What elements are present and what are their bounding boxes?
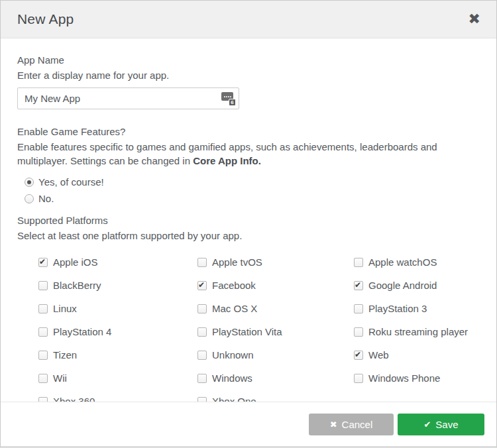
platforms-section: Supported Platforms Select at least one … bbox=[17, 215, 480, 402]
cancel-button-label: Cancel bbox=[342, 419, 373, 430]
radio-button-icon[interactable] bbox=[25, 178, 34, 187]
checkbox-icon[interactable] bbox=[38, 304, 48, 313]
platform-checkbox-item[interactable]: Tizen bbox=[38, 349, 197, 361]
radio-option-label: No. bbox=[38, 193, 54, 204]
checkbox-icon[interactable] bbox=[197, 327, 207, 337]
platform-label: Google Android bbox=[368, 280, 437, 291]
platform-checkbox-item[interactable]: Apple tvOS bbox=[197, 256, 354, 268]
checkbox-icon[interactable] bbox=[354, 258, 363, 267]
platform-checkbox-item[interactable]: Apple watchOS bbox=[354, 256, 480, 268]
platform-label: Windows Phone bbox=[368, 372, 440, 384]
checkbox-icon[interactable] bbox=[197, 281, 207, 290]
app-name-input[interactable] bbox=[17, 87, 239, 109]
checkbox-icon[interactable] bbox=[354, 304, 363, 313]
platform-checkbox-item[interactable]: Xbox One bbox=[197, 396, 354, 402]
platform-checkbox-item[interactable]: Google Android bbox=[354, 280, 480, 291]
close-icon[interactable]: ✖ bbox=[469, 12, 480, 27]
platform-label: Windows bbox=[212, 372, 252, 384]
platform-checkbox-item[interactable]: Windows bbox=[197, 372, 354, 384]
platform-grid: Apple iOS Apple tvOS Apple watchOS Black… bbox=[38, 251, 480, 402]
app-name-section: App Name Enter a display name for your a… bbox=[17, 54, 480, 109]
platforms-label: Supported Platforms bbox=[17, 215, 480, 226]
platform-label: Mac OS X bbox=[212, 303, 257, 314]
checkbox-icon[interactable] bbox=[354, 351, 363, 360]
platform-label: PlayStation Vita bbox=[212, 326, 282, 337]
checkbox-icon[interactable] bbox=[38, 351, 48, 360]
modal-body: App Name Enter a display name for your a… bbox=[1, 38, 496, 402]
app-name-label: App Name bbox=[17, 54, 480, 66]
platform-checkbox-item[interactable]: Facebook bbox=[197, 280, 354, 291]
platform-checkbox-item[interactable]: Unknown bbox=[197, 349, 354, 361]
platform-label: Tizen bbox=[53, 349, 77, 361]
cancel-button[interactable]: ✖ Cancel bbox=[309, 414, 394, 435]
platform-label: Xbox One bbox=[212, 396, 256, 402]
platform-checkbox-item[interactable]: PlayStation 4 bbox=[38, 326, 197, 337]
platforms-description: Select at least one platform supported b… bbox=[17, 229, 480, 243]
platform-label: Apple iOS bbox=[53, 256, 98, 268]
modal-header: New App ✖ bbox=[1, 1, 496, 38]
page-title: New App bbox=[17, 11, 74, 27]
platform-checkbox-item[interactable]: Roku streaming player bbox=[354, 326, 480, 337]
platform-label: Linux bbox=[53, 303, 77, 314]
core-app-info-bold: Core App Info. bbox=[193, 155, 261, 166]
platform-checkbox-item[interactable]: Apple iOS bbox=[38, 256, 197, 268]
app-name-description: Enter a display name for your app. bbox=[17, 68, 480, 82]
app-name-input-wrap: 6 bbox=[17, 87, 239, 109]
radio-button-icon[interactable] bbox=[25, 194, 34, 203]
platform-label: Unknown bbox=[212, 349, 254, 361]
platform-label: Facebook bbox=[212, 280, 256, 291]
game-features-description: Enable features specific to games and ga… bbox=[17, 140, 458, 168]
game-features-radio-group: Yes, of course! No. bbox=[25, 174, 480, 207]
radio-option-label: Yes, of course! bbox=[38, 176, 104, 188]
platform-label: Xbox 360 bbox=[53, 396, 95, 402]
platform-checkbox-item[interactable]: BlackBerry bbox=[38, 280, 197, 291]
modal-footer: ✖ Cancel ✔ Save bbox=[1, 402, 496, 446]
checkbox-icon[interactable] bbox=[197, 397, 207, 402]
platform-label: PlayStation 3 bbox=[368, 303, 427, 314]
checkbox-icon[interactable] bbox=[354, 374, 363, 383]
platform-checkbox-item[interactable]: PlayStation Vita bbox=[197, 326, 354, 337]
checkbox-icon[interactable] bbox=[197, 374, 207, 383]
platform-label: Roku streaming player bbox=[368, 326, 468, 337]
save-button[interactable]: ✔ Save bbox=[398, 414, 484, 435]
platform-label: Apple watchOS bbox=[368, 256, 437, 268]
platform-label: PlayStation 4 bbox=[53, 326, 111, 337]
save-button-label: Save bbox=[435, 419, 458, 430]
checkbox-icon[interactable] bbox=[38, 327, 48, 337]
checkbox-icon[interactable] bbox=[38, 281, 48, 290]
platform-label: BlackBerry bbox=[53, 280, 101, 291]
platform-label: Apple tvOS bbox=[212, 256, 262, 268]
platform-checkbox-item[interactable]: Xbox 360 bbox=[38, 396, 197, 402]
checkbox-icon[interactable] bbox=[38, 258, 48, 267]
checkbox-icon[interactable] bbox=[354, 327, 363, 337]
checkbox-icon[interactable] bbox=[38, 374, 48, 383]
checkbox-icon[interactable] bbox=[197, 304, 207, 313]
checkbox-icon[interactable] bbox=[354, 281, 363, 290]
platform-checkbox-item[interactable]: Wii bbox=[38, 372, 197, 384]
checkbox-icon[interactable] bbox=[197, 351, 207, 360]
platform-label: Wii bbox=[53, 372, 67, 384]
save-check-icon: ✔ bbox=[423, 420, 431, 429]
cancel-x-icon: ✖ bbox=[330, 420, 337, 429]
checkbox-icon[interactable] bbox=[197, 258, 207, 267]
platform-checkbox-item[interactable]: Web bbox=[354, 349, 480, 361]
new-app-modal: New App ✖ App Name Enter a display name … bbox=[0, 0, 497, 448]
platform-checkbox-item[interactable]: Linux bbox=[38, 303, 197, 314]
game-features-section: Enable Game Features? Enable features sp… bbox=[17, 126, 480, 207]
game-features-label: Enable Game Features? bbox=[17, 126, 480, 137]
game-features-radio-option[interactable]: No. bbox=[25, 190, 480, 207]
checkbox-icon[interactable] bbox=[38, 397, 48, 402]
platform-label: Web bbox=[368, 349, 389, 361]
platform-checkbox-item[interactable]: Windows Phone bbox=[354, 372, 480, 384]
platform-checkbox-item[interactable]: Mac OS X bbox=[197, 303, 354, 314]
game-features-radio-option[interactable]: Yes, of course! bbox=[25, 174, 480, 190]
platform-checkbox-item[interactable]: PlayStation 3 bbox=[354, 303, 480, 314]
